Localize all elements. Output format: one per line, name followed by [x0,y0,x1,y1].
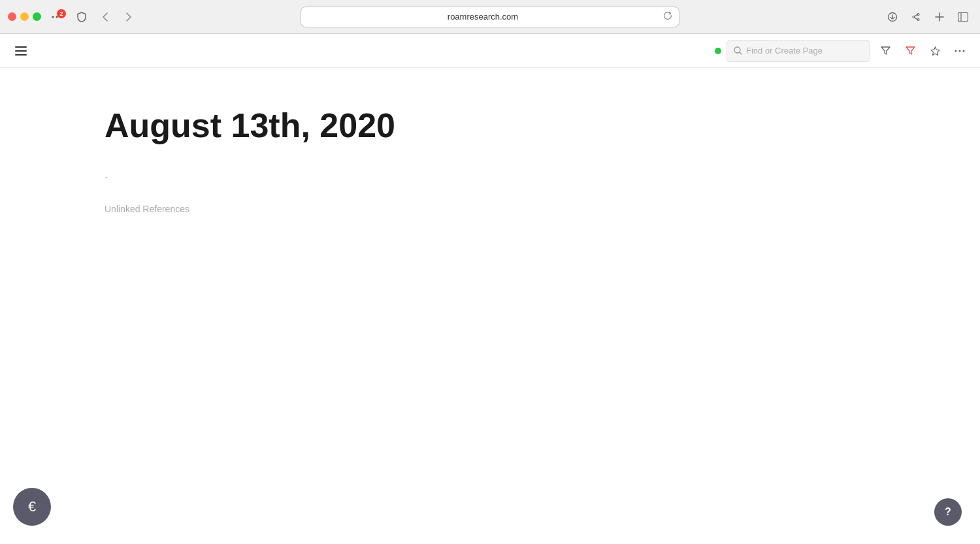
search-box[interactable]: Find or Create Page [727,40,870,62]
filter-outline-button[interactable] [900,41,920,61]
svg-point-11 [963,50,965,52]
minimize-button[interactable] [20,12,29,21]
share-button[interactable] [907,8,925,26]
download-button[interactable] [883,8,902,26]
hamburger-line-2 [15,50,27,52]
hamburger-menu-button[interactable] [10,40,31,61]
traffic-lights [8,12,41,21]
svg-point-6 [913,16,915,18]
page-title: August 13th, 2020 [105,107,928,144]
help-symbol: ? [945,506,951,518]
help-button[interactable]: ? [934,498,962,526]
address-bar[interactable]: roamresearch.com [301,7,679,27]
title-bar-right [883,8,972,26]
hamburger-line-3 [15,54,27,56]
maximize-button[interactable] [33,12,41,21]
app-toolbar: Find or Create Page [0,34,980,68]
back-button[interactable] [96,8,114,26]
svg-rect-7 [958,12,968,21]
close-button[interactable] [8,12,16,21]
hamburger-line-1 [15,46,27,48]
svg-point-4 [917,13,919,15]
user-avatar-button[interactable]: € [13,488,51,526]
search-placeholder-text: Find or Create Page [746,46,823,56]
more-options-button[interactable] [950,41,970,61]
svg-point-0 [52,16,54,18]
tab-count-badge: 2 [57,9,66,18]
svg-point-5 [917,18,919,20]
svg-point-9 [955,50,957,52]
star-button[interactable] [925,41,945,61]
connection-status-dot [715,48,721,54]
title-bar: 2 roamresearch.com [0,0,980,34]
sidebar-view-button[interactable] [954,8,972,26]
avatar-symbol: € [28,498,36,515]
url-text: roamresearch.com [308,12,658,22]
svg-point-10 [959,50,961,52]
new-tab-button[interactable] [930,8,949,26]
reload-button[interactable] [663,11,672,22]
bullet-point: · [105,170,928,184]
main-content: August 13th, 2020 · Unlinked References [0,68,980,240]
forward-button[interactable] [120,8,138,26]
search-icon [734,46,742,55]
filter-button[interactable] [875,41,895,61]
address-bar-container: roamresearch.com [301,7,679,27]
unlinked-references-label: Unlinked References [105,204,928,214]
tabs-button[interactable]: 2 [46,8,67,26]
shield-button[interactable] [73,8,91,26]
